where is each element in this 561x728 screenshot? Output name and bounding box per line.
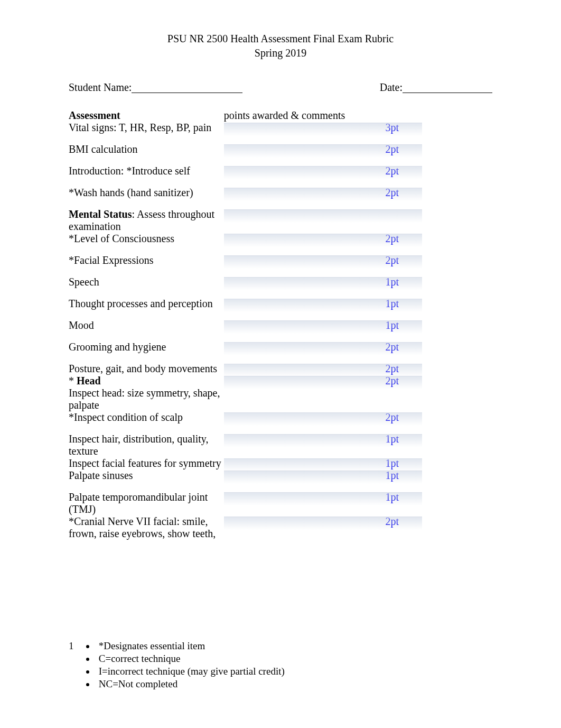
comments-cell	[224, 469, 386, 482]
student-name-field: Student Name:	[69, 81, 242, 94]
page: PSU NR 2500 Health Assessment Final Exam…	[0, 0, 561, 728]
assessment-cell: *Inspect condition of scalp	[69, 411, 224, 423]
comments-cell	[224, 515, 386, 540]
table-row: Introduction: *Introduce self2pt	[69, 165, 423, 177]
table-row: Posture, gait, and body movements2pt	[69, 363, 423, 375]
student-name-label: Student Name:	[69, 81, 132, 93]
name-date-row: Student Name: Date:	[69, 81, 492, 94]
comments-cell	[224, 276, 386, 288]
comments-cell	[224, 298, 386, 310]
student-name-blank	[132, 93, 242, 93]
column-header-assessment: Assessment	[69, 109, 224, 122]
assessment-cell: Introduction: *Introduce self	[69, 165, 224, 177]
table-row: Inspect facial features for symmetry1pt	[69, 457, 423, 469]
assessment-cell: *Level of Consciousness	[69, 233, 224, 245]
assessment-cell: *Cranial Nerve VII facial: smile, frown,…	[69, 515, 224, 540]
table-row: Palpate temporomandibular joint (TMJ)1pt	[69, 491, 423, 515]
comments-cell	[224, 363, 386, 375]
table-row: Palpate sinuses1pt	[69, 469, 423, 482]
comments-cell	[224, 319, 386, 331]
points-cell: 2pt	[385, 143, 423, 155]
points-cell: 1pt	[385, 433, 423, 457]
comments-cell	[224, 341, 386, 353]
table-row: *Level of Consciousness2pt	[69, 233, 423, 245]
title-line-2: Spring 2019	[69, 46, 492, 60]
table-row: BMI calculation2pt	[69, 143, 423, 155]
legend-list: *Designates essential item C=correct tec…	[86, 640, 285, 691]
assessment-cell: Posture, gait, and body movements	[69, 363, 224, 375]
table-row: Vital signs: T, HR, Resp, BP, pain3pt	[69, 122, 423, 134]
assessment-cell: Mood	[69, 319, 224, 331]
assessment-cell: Vital signs: T, HR, Resp, BP, pain	[69, 122, 224, 134]
table-row: Grooming and hygiene2pt	[69, 341, 423, 353]
page-number: 1	[69, 640, 83, 652]
comments-cell	[224, 208, 386, 233]
points-cell: 2pt	[385, 187, 423, 199]
table-row: *Facial Expressions2pt	[69, 254, 423, 266]
points-cell: 2pt	[385, 363, 423, 375]
title-line-1: PSU NR 2500 Health Assessment Final Exam…	[69, 32, 492, 46]
assessment-cell: Thought processes and perception	[69, 298, 224, 310]
table-row: *Wash hands (hand sanitizer)2pt	[69, 187, 423, 199]
points-cell: 2pt	[385, 411, 423, 423]
rubric-table: Assessment points awarded & comments Vit…	[69, 109, 423, 540]
assessment-cell: * HeadInspect head: size symmetry, shape…	[69, 375, 224, 411]
comments-cell	[224, 491, 386, 515]
table-row	[69, 353, 423, 363]
table-row: *Cranial Nerve VII facial: smile, frown,…	[69, 515, 423, 540]
legend-item: I=incorrect technique (may give partial …	[96, 666, 285, 677]
points-cell: 1pt	[385, 298, 423, 310]
assessment-cell: Palpate sinuses	[69, 469, 224, 482]
comments-cell	[224, 165, 386, 177]
footer: 1 *Designates essential item C=correct t…	[69, 640, 285, 691]
table-row: * HeadInspect head: size symmetry, shape…	[69, 375, 423, 411]
points-cell: 1pt	[385, 457, 423, 469]
assessment-cell: Speech	[69, 276, 224, 288]
date-blank	[403, 93, 492, 93]
points-cell	[385, 208, 423, 233]
table-row	[69, 266, 423, 276]
comments-cell	[224, 411, 386, 423]
date-label: Date:	[380, 81, 403, 93]
table-row	[69, 423, 423, 433]
comments-cell	[224, 233, 386, 245]
comments-cell	[224, 187, 386, 199]
comments-cell	[224, 375, 386, 411]
table-row	[69, 134, 423, 143]
table-row	[69, 288, 423, 298]
legend-item: *Designates essential item	[96, 640, 285, 652]
table-row	[69, 199, 423, 208]
comments-cell	[224, 433, 386, 457]
assessment-cell: Palpate temporomandibular joint (TMJ)	[69, 491, 224, 515]
table-row	[69, 245, 423, 254]
points-cell: 2pt	[385, 341, 423, 353]
assessment-cell: Grooming and hygiene	[69, 341, 224, 353]
date-field: Date:	[380, 81, 492, 94]
points-cell: 1pt	[385, 469, 423, 482]
table-row: *Inspect condition of scalp2pt	[69, 411, 423, 423]
points-cell: 2pt	[385, 375, 423, 411]
points-cell: 2pt	[385, 165, 423, 177]
assessment-cell: Inspect hair, distribution, quality, tex…	[69, 433, 224, 457]
points-cell: 1pt	[385, 491, 423, 515]
assessment-cell: *Wash hands (hand sanitizer)	[69, 187, 224, 199]
assessment-cell: Mental Status: Assess throughout examina…	[69, 208, 224, 233]
legend-item: C=correct technique	[96, 653, 285, 665]
table-row: Mood1pt	[69, 319, 423, 331]
table-row	[69, 331, 423, 341]
table-row	[69, 310, 423, 319]
legend-item: NC=Not completed	[96, 678, 285, 690]
table-row: Speech1pt	[69, 276, 423, 288]
table-row: Thought processes and perception1pt	[69, 298, 423, 310]
column-header-points: points awarded & comments	[224, 109, 423, 122]
comments-cell	[224, 143, 386, 155]
points-cell: 3pt	[385, 122, 423, 134]
points-cell: 1pt	[385, 276, 423, 288]
table-row	[69, 482, 423, 491]
table-row	[69, 177, 423, 187]
points-cell: 2pt	[385, 254, 423, 266]
comments-cell	[224, 457, 386, 469]
points-cell: 1pt	[385, 319, 423, 331]
table-row	[69, 155, 423, 165]
table-row: Mental Status: Assess throughout examina…	[69, 208, 423, 233]
